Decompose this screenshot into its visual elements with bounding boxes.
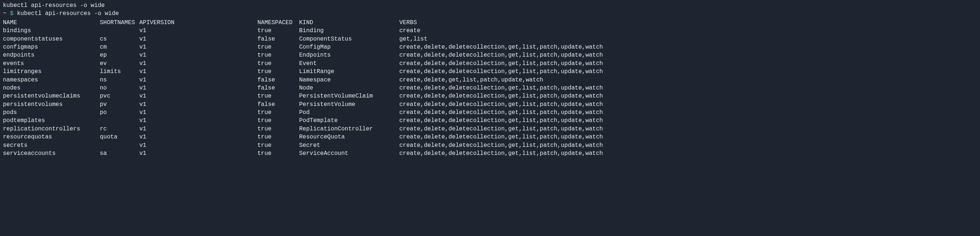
- cell-namespaced: false: [258, 35, 299, 43]
- table-row: serviceaccountssav1trueServiceAccountcre…: [3, 149, 977, 157]
- table-row: eventsevv1trueEventcreate,delete,deletec…: [3, 60, 977, 68]
- table-row: nodesnov1falseNodecreate,delete,deleteco…: [3, 84, 977, 92]
- cell-kind: LimitRange: [299, 68, 399, 76]
- cell-namespaced: true: [258, 109, 299, 117]
- cell-name: secrets: [3, 141, 100, 149]
- cell-shortnames: ev: [100, 60, 139, 68]
- terminal-output: kubectl api-resources -o wide ~ $ kubect…: [0, 0, 980, 159]
- cell-apiversion: v1: [139, 100, 258, 109]
- cell-namespaced: true: [258, 51, 299, 59]
- cell-shortnames: po: [100, 109, 139, 117]
- cell-verbs: create,delete,deletecollection,get,list,…: [399, 60, 603, 68]
- cell-apiversion: v1: [139, 60, 258, 68]
- cell-shortnames: pvc: [100, 92, 139, 100]
- header-namespaced: NAMESPACED: [258, 19, 299, 27]
- cell-apiversion: v1: [139, 43, 258, 51]
- cell-kind: Event: [299, 60, 399, 68]
- cell-apiversion: v1: [139, 35, 258, 43]
- cell-name: componentstatuses: [3, 35, 100, 43]
- cell-kind: Endpoints: [299, 51, 399, 59]
- table-row: bindingsv1trueBindingcreate: [3, 27, 977, 35]
- cell-name: replicationcontrollers: [3, 125, 100, 133]
- cell-namespaced: true: [258, 117, 299, 125]
- cell-verbs: create,delete,deletecollection,get,list,…: [399, 133, 603, 141]
- cell-verbs: create,delete,deletecollection,get,list,…: [399, 92, 603, 100]
- cell-shortnames: limits: [100, 68, 139, 76]
- cell-apiversion: v1: [139, 149, 258, 157]
- table-row: limitrangeslimitsv1trueLimitRangecreate,…: [3, 68, 977, 76]
- cell-name: nodes: [3, 84, 100, 92]
- header-name: NAME: [3, 19, 100, 27]
- cell-shortnames: sa: [100, 149, 139, 157]
- cell-apiversion: v1: [139, 117, 258, 125]
- cell-verbs: create,delete,deletecollection,get,list,…: [399, 149, 603, 157]
- table-row: endpointsepv1trueEndpointscreate,delete,…: [3, 51, 977, 59]
- table-row: persistentvolumeclaimspvcv1truePersisten…: [3, 92, 977, 100]
- prompt-symbol: $: [10, 10, 14, 17]
- cell-namespaced: false: [258, 84, 299, 92]
- cell-kind: ReplicationController: [299, 125, 399, 133]
- prompt-line: ~ $ kubectl api-resources -o wide: [3, 10, 977, 17]
- cell-shortnames: no: [100, 84, 139, 92]
- prompt-command: kubectl api-resources -o wide: [14, 10, 119, 17]
- cell-name: bindings: [3, 27, 100, 35]
- cell-apiversion: v1: [139, 84, 258, 92]
- cell-shortnames: quota: [100, 133, 139, 141]
- cell-name: limitranges: [3, 68, 100, 76]
- cell-name: persistentvolumes: [3, 100, 100, 109]
- cell-namespaced: true: [258, 133, 299, 141]
- cell-verbs: create,delete,deletecollection,get,list,…: [399, 125, 603, 133]
- cell-verbs: create,delete,deletecollection,get,list,…: [399, 141, 603, 149]
- table-row: podtemplatesv1truePodTemplatecreate,dele…: [3, 117, 977, 125]
- cell-namespaced: true: [258, 60, 299, 68]
- cell-name: endpoints: [3, 51, 100, 59]
- table-row: secretsv1trueSecretcreate,delete,deletec…: [3, 141, 977, 149]
- cell-kind: ResourceQuota: [299, 133, 399, 141]
- table-row: resourcequotasquotav1trueResourceQuotacr…: [3, 133, 977, 141]
- cell-verbs: create,delete,deletecollection,get,list,…: [399, 43, 603, 51]
- prompt-prefix: ~: [3, 10, 10, 17]
- cell-verbs: create,delete,deletecollection,get,list,…: [399, 51, 603, 59]
- cell-kind: Pod: [299, 109, 399, 117]
- cell-kind: ServiceAccount: [299, 149, 399, 157]
- cell-shortnames: cm: [100, 43, 139, 51]
- cell-apiversion: v1: [139, 51, 258, 59]
- header-shortnames: SHORTNAMES: [100, 19, 139, 27]
- cell-kind: Binding: [299, 27, 399, 35]
- cell-kind: ConfigMap: [299, 43, 399, 51]
- header-verbs: VERBS: [399, 19, 417, 27]
- cell-name: events: [3, 60, 100, 68]
- cell-verbs: create,delete,deletecollection,get,list,…: [399, 84, 603, 92]
- cell-name: serviceaccounts: [3, 149, 100, 157]
- cell-apiversion: v1: [139, 141, 258, 149]
- cell-apiversion: v1: [139, 133, 258, 141]
- cell-shortnames: ns: [100, 76, 139, 84]
- cell-apiversion: v1: [139, 109, 258, 117]
- cell-verbs: create: [399, 27, 420, 35]
- cell-kind: ComponentStatus: [299, 35, 399, 43]
- table-header-row: NAMESHORTNAMESAPIVERSIONNAMESPACEDKINDVE…: [3, 19, 977, 27]
- table-row: componentstatusescsv1falseComponentStatu…: [3, 35, 977, 43]
- cell-shortnames: pv: [100, 100, 139, 109]
- cell-apiversion: v1: [139, 125, 258, 133]
- cell-apiversion: v1: [139, 76, 258, 84]
- cell-verbs: get,list: [399, 35, 428, 43]
- cell-shortnames: rc: [100, 125, 139, 133]
- cell-namespaced: true: [258, 125, 299, 133]
- cell-name: configmaps: [3, 43, 100, 51]
- table-row: replicationcontrollersrcv1trueReplicatio…: [3, 125, 977, 133]
- cell-kind: Node: [299, 84, 399, 92]
- header-kind: KIND: [299, 19, 399, 27]
- table-row: namespacesnsv1falseNamespacecreate,delet…: [3, 76, 977, 84]
- cell-name: podtemplates: [3, 117, 100, 125]
- command-echo: kubectl api-resources -o wide: [3, 2, 977, 10]
- cell-namespaced: true: [258, 149, 299, 157]
- cell-namespaced: true: [258, 141, 299, 149]
- cell-verbs: create,delete,deletecollection,get,list,…: [399, 100, 603, 109]
- cell-namespaced: true: [258, 27, 299, 35]
- header-apiversion: APIVERSION: [139, 19, 258, 27]
- cell-verbs: create,delete,deletecollection,get,list,…: [399, 117, 603, 125]
- cell-name: namespaces: [3, 76, 100, 84]
- cell-namespaced: true: [258, 43, 299, 51]
- cell-kind: PersistentVolume: [299, 100, 399, 109]
